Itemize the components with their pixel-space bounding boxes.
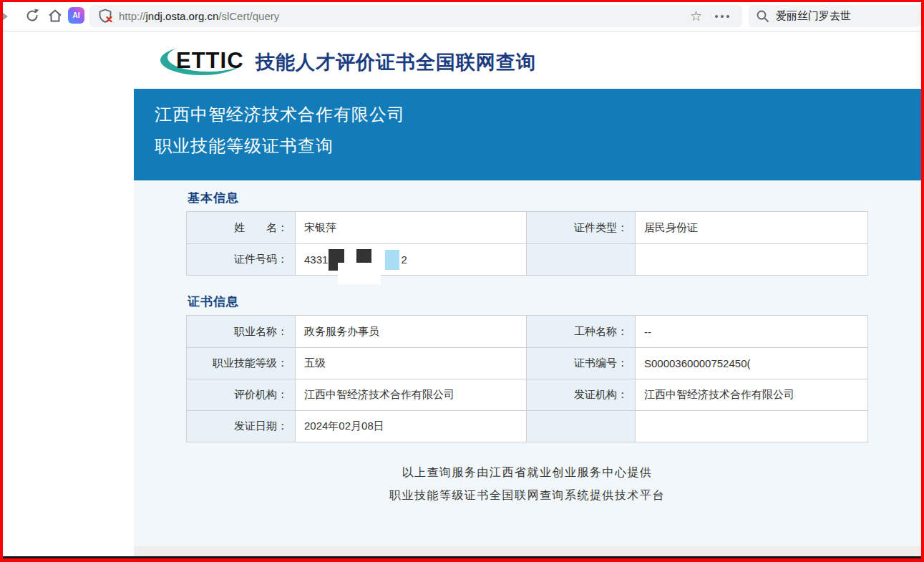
section-title-cert-info: 证书信息 <box>188 294 239 310</box>
table-row: 评价机构： 江西中智经济技术合作有限公司 发证机构： 江西中智经济技术合作有限公… <box>187 379 867 410</box>
id-number-prefix: 4331 <box>304 253 328 266</box>
id-number-suffix: 2 <box>401 253 407 266</box>
address-bar[interactable]: http://jndj.osta.org.cn/slCert/query ☆ <box>89 5 742 27</box>
footer-provider-line: 以上查询服务由江西省就业创业服务中心提供 <box>186 465 868 480</box>
issue-date-value: 2024年02月08日 <box>296 411 527 442</box>
url-domain: jndj.osta.org.cn <box>146 10 219 22</box>
url-text[interactable]: http://jndj.osta.org.cn/slCert/query <box>119 10 279 22</box>
basic-info-table: 姓 名： 宋银萍 证件类型： 居民身份证 证件号码： 4331 2 <box>186 211 868 276</box>
browser-toolbar: AI http://jndj.osta.org.cn/slCert/query … <box>2 2 921 32</box>
empty-value-cell <box>636 411 867 442</box>
issue-date-label: 发证日期： <box>187 411 296 442</box>
evaluator-value: 江西中智经济技术合作有限公司 <box>296 379 527 410</box>
skill-level-value: 五级 <box>296 348 527 379</box>
id-number-label: 证件号码： <box>187 244 296 275</box>
table-row: 证件号码： 4331 2 <box>187 243 867 275</box>
banner-subtitle: 职业技能等级证书查询 <box>155 135 334 158</box>
reload-icon[interactable] <box>24 8 40 24</box>
cert-number-label: 证书编号： <box>527 348 636 379</box>
name-label: 姓 名： <box>187 212 296 243</box>
empty-label-cell <box>527 411 636 442</box>
browser-window: { "browser": { "url_scheme": "http://", … <box>0 0 924 562</box>
cert-info-table: 职业名称： 政务服务办事员 工种名称： -- 职业技能等级： 五级 证书编号： … <box>186 315 868 442</box>
search-icon <box>756 9 769 23</box>
search-query-text: 爱丽丝门罗去世 <box>776 9 851 23</box>
table-row: 职业名称： 政务服务办事员 工种名称： -- <box>187 316 867 347</box>
ettic-logo: ETTIC <box>159 41 249 78</box>
empty-value-cell <box>636 244 867 275</box>
url-path: /slCert/query <box>218 10 279 22</box>
table-row: 发证日期： 2024年02月08日 <box>187 410 867 442</box>
shield-insecure-icon[interactable] <box>98 9 113 24</box>
org-banner: 江西中智经济技术合作有限公司 职业技能等级证书查询 <box>134 89 921 180</box>
skill-level-label: 职业技能等级： <box>187 348 296 379</box>
worktype-label: 工种名称： <box>527 316 636 347</box>
table-row: 职业技能等级： 五级 证书编号： S0000360000752450( <box>187 347 867 379</box>
logo-text: ETTIC <box>176 48 244 73</box>
search-box[interactable]: 爱丽丝门罗去世 <box>749 5 921 27</box>
name-value: 宋银萍 <box>296 212 527 243</box>
occupation-value: 政务服务办事员 <box>296 316 527 347</box>
id-number-value: 4331 2 <box>296 244 527 275</box>
redaction-block-blue <box>385 250 399 270</box>
id-type-value: 居民身份证 <box>636 212 867 243</box>
ai-extension-icon[interactable]: AI <box>68 7 84 24</box>
occupation-label: 职业名称： <box>187 316 296 347</box>
section-title-basic-info: 基本信息 <box>188 190 239 206</box>
bookmark-star-icon[interactable]: ☆ <box>690 9 702 23</box>
cert-number-value: S0000360000752450( <box>636 348 867 379</box>
id-type-label: 证件类型： <box>527 212 636 243</box>
url-scheme: http:// <box>119 10 146 22</box>
banner-org-name: 江西中智经济技术合作有限公司 <box>155 103 405 126</box>
empty-label-cell <box>527 244 636 275</box>
footer-platform-line: 职业技能等级证书全国联网查询系统提供技术平台 <box>186 488 868 503</box>
result-panel: 基本信息 姓 名： 宋银萍 证件类型： 居民身份证 证件号码： 4331 2 证… <box>134 180 921 546</box>
ai-badge-label: AI <box>73 11 80 19</box>
more-options-icon[interactable] <box>715 15 729 18</box>
issuer-value: 江西中智经济技术合作有限公司 <box>636 379 867 410</box>
redaction-white-patch <box>338 263 381 284</box>
back-chevron-icon[interactable] <box>2 12 8 21</box>
home-icon[interactable] <box>47 8 63 24</box>
window-bottom-edge <box>2 556 922 558</box>
evaluator-label: 评价机构： <box>187 379 296 410</box>
worktype-value: -- <box>636 316 867 347</box>
table-row: 姓 名： 宋银萍 证件类型： 居民身份证 <box>187 212 867 243</box>
issuer-label: 发证机构： <box>527 379 636 410</box>
page-title: 技能人才评价证书全国联网查询 <box>256 49 536 75</box>
